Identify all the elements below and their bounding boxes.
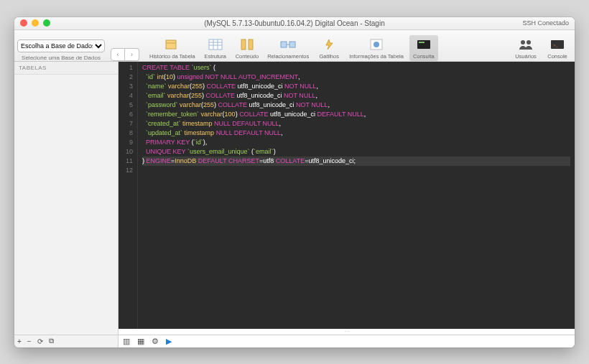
svg-rect-15 [417, 40, 430, 49]
history-nav: ‹ › [111, 48, 139, 61]
svg-point-17 [521, 40, 525, 45]
content-icon [239, 37, 255, 52]
ssh-status: SSH Conectado [522, 19, 569, 27]
svg-point-14 [374, 42, 379, 47]
relations-icon [280, 37, 296, 52]
svg-rect-10 [289, 42, 295, 47]
gear-icon[interactable]: ⚙︎ [152, 337, 159, 346]
table-history-icon [164, 37, 180, 52]
code-area[interactable]: CREATE TABLE `users` ( `id` int(10) unsi… [138, 62, 575, 329]
toolbar-gatilhos[interactable]: Gatilhos [315, 35, 343, 61]
toolbar-estrutura[interactable]: Estrutura [201, 35, 230, 61]
query-icon [416, 37, 432, 52]
traffic-lights [20, 19, 50, 27]
line-gutter: 123456789101112 [119, 62, 138, 329]
svg-marker-12 [326, 39, 333, 50]
remove-button[interactable]: − [27, 337, 32, 345]
toolbar-info[interactable]: Informações da Tabela [346, 35, 407, 61]
structure-icon [208, 37, 223, 52]
sidebar-header: TABELAS [14, 62, 118, 75]
main-area: TABELAS + − ⟳ ⧉ 123456789101112 CREATE T… [14, 62, 575, 347]
minimize-button[interactable] [32, 19, 39, 27]
zoom-button[interactable] [43, 19, 50, 27]
copy-icon[interactable]: ⧉ [49, 337, 54, 345]
sidebar-footer: + − ⟳ ⧉ [14, 335, 118, 347]
toolbar-consulta[interactable]: Consulta [409, 35, 438, 61]
database-select[interactable]: Escolha a Base de Dados... [17, 39, 105, 52]
split-grip[interactable]: ⋯ [119, 329, 575, 335]
svg-point-18 [527, 40, 531, 45]
database-selector: Escolha a Base de Dados... Selecione uma… [17, 39, 105, 61]
toolbar-relacionamentos[interactable]: Relacionamentos [264, 35, 312, 61]
svg-rect-0 [166, 40, 176, 49]
sidebar: TABELAS + − ⟳ ⧉ [14, 62, 119, 347]
database-select-subtitle: Selecione uma Base de Dados [17, 55, 105, 61]
history-back-button[interactable]: ‹ [111, 48, 125, 61]
toolbar-console[interactable]: >_ Console [543, 35, 572, 61]
svg-rect-7 [241, 39, 246, 50]
sql-editor[interactable]: 123456789101112 CREATE TABLE `users` ( `… [119, 62, 575, 329]
svg-rect-9 [281, 42, 287, 47]
svg-rect-8 [249, 39, 253, 50]
console-icon: >_ [549, 37, 565, 52]
history-forward-button[interactable]: › [125, 48, 139, 61]
svg-rect-2 [209, 39, 222, 50]
toolbar: Escolha a Base de Dados... Selecione uma… [14, 30, 575, 62]
svg-rect-16 [419, 42, 425, 43]
run-icon[interactable]: ▶ [166, 337, 172, 346]
svg-text:>_: >_ [553, 43, 559, 47]
table-info-icon [368, 37, 384, 52]
refresh-icon[interactable]: ⟳ [37, 337, 43, 345]
toolbar-conteudo[interactable]: Conteúdo [233, 35, 262, 61]
layout-icon[interactable]: ▥ [123, 337, 130, 346]
editor-pane: 123456789101112 CREATE TABLE `users` ( `… [119, 62, 575, 347]
sidebar-body [14, 75, 118, 335]
close-button[interactable] [20, 19, 27, 27]
triggers-icon [321, 37, 337, 52]
titlebar: (MySQL 5.7.13-0ubuntu0.16.04.2) Digital … [14, 17, 575, 30]
export-icon[interactable]: ▦ [137, 337, 144, 346]
app-window: (MySQL 5.7.13-0ubuntu0.16.04.2) Digital … [14, 17, 575, 347]
toolbar-usuarios[interactable]: Usuários [511, 35, 540, 61]
users-icon [518, 37, 534, 52]
add-button[interactable]: + [17, 337, 22, 345]
editor-footer: ▥ ▦ ⚙︎ ▶ [119, 335, 575, 347]
window-title: (MySQL 5.7.13-0ubuntu0.16.04.2) Digital … [14, 19, 575, 27]
toolbar-historico[interactable]: Histórico da Tabela [147, 35, 198, 61]
